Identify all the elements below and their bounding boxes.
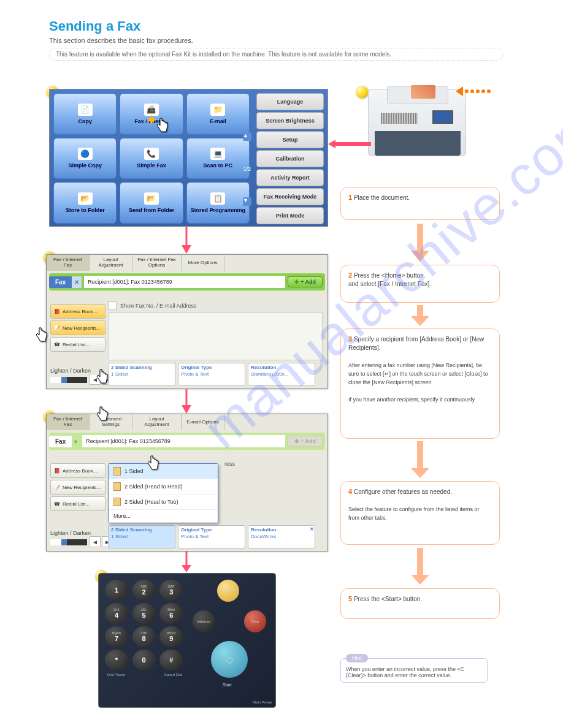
fax-mode-select[interactable]: Fax: [49, 436, 72, 447]
opt-2sided[interactable]: 2 Sided Scanning1 Sided: [108, 363, 175, 386]
calibration-button[interactable]: Calibration: [256, 150, 324, 167]
opt-resolution[interactable]: ResolutionDocuWorks: [248, 525, 315, 548]
new-recipients-button[interactable]: 📝New Recipients...: [50, 320, 105, 335]
ld-slider[interactable]: [50, 377, 87, 383]
svg-rect-11: [417, 441, 423, 468]
fax-close-x[interactable]: ✕: [72, 276, 82, 288]
key-0[interactable]: 0: [132, 650, 156, 670]
dial-pause-label: Dial Pause: [107, 673, 125, 694]
add-button[interactable]: ✚ + Add: [288, 276, 323, 287]
tab-email-options[interactable]: E-mail Options: [182, 414, 224, 430]
fax-screen-options: Fax / Internet Fax Advanced Settings Lay…: [46, 414, 328, 552]
fax-mode-button[interactable]: Fax Receiving Mode: [256, 188, 324, 205]
page-up-button[interactable]: ▲: [243, 132, 251, 141]
redial-button[interactable]: ☎Redial List...: [50, 337, 105, 352]
key-hash[interactable]: #: [159, 650, 183, 670]
key-7[interactable]: PQRS7: [105, 626, 128, 647]
print-mode-button[interactable]: Print Mode: [256, 207, 324, 224]
document-photo-icon: [411, 85, 435, 99]
cursor-icon: [155, 117, 170, 134]
step-number: 5: [348, 595, 352, 602]
flow-arrow-icon: [179, 552, 194, 574]
tile-label: Stored Programming: [191, 207, 246, 213]
step-number: 1: [348, 194, 352, 201]
printer-tray-icon: [375, 131, 461, 156]
fax-mode-select[interactable]: Fax: [49, 276, 72, 288]
key-1[interactable]: 1: [105, 580, 128, 601]
btn-label: Interrupt: [197, 620, 210, 623]
tile-send-folder[interactable]: 📂Send from Folder: [120, 182, 183, 224]
activity-report-button[interactable]: Activity Report: [256, 169, 324, 186]
key-2[interactable]: ABC2: [132, 580, 156, 601]
opt-original-type[interactable]: Original TypePhoto & Text: [178, 525, 245, 548]
phone-icon: ☎: [53, 341, 61, 348]
lighten-darken: Lighten / Darken ◄ ►: [50, 530, 113, 547]
key-num: 1: [115, 586, 118, 594]
btn-label: Address Book...: [63, 468, 97, 474]
clear-all-button[interactable]: Clear All: [217, 580, 239, 602]
interrupt-button[interactable]: Interrupt: [193, 610, 215, 632]
opt-resolution[interactable]: ResolutionStandard (200x...: [248, 363, 315, 386]
key-8[interactable]: TUV8: [132, 626, 156, 647]
address-book-button[interactable]: 📕Address Book...: [50, 463, 105, 478]
hint-box: Hint When you enter an incorrect value, …: [340, 658, 488, 683]
opt-original-type[interactable]: Original TypePhoto & Text: [178, 363, 245, 386]
tile-store-folder[interactable]: 📂Store to Folder: [53, 182, 117, 224]
key-6[interactable]: MNO6: [159, 603, 183, 624]
popup-2sided-ht[interactable]: 2 Sided (Head to Toe): [109, 495, 218, 510]
brightness-button[interactable]: Screen Brightness: [256, 112, 324, 129]
tab-more[interactable]: More Options: [182, 255, 224, 271]
recipient-input[interactable]: Recipient [d001]: Fax 0123456789: [82, 435, 285, 447]
dropdown-icon[interactable]: ▾: [72, 438, 80, 445]
ld-left-button[interactable]: ◄: [90, 536, 101, 547]
tile-email[interactable]: 📁E-mail: [186, 93, 250, 135]
popup-more[interactable]: More...: [109, 510, 218, 523]
opt-value: Photo & Text: [181, 371, 242, 377]
key-3[interactable]: DEF3: [159, 580, 183, 601]
tab-layout[interactable]: Layout Adjustment: [132, 414, 182, 430]
flow-arrow-icon: [179, 389, 194, 415]
recipient-input[interactable]: Recipient [d001]: Fax 0123456789: [84, 276, 285, 288]
tab-layout[interactable]: Layout Adjustment: [90, 255, 132, 271]
stop-button[interactable]: Stop: [244, 610, 266, 632]
doc-note: This feature is available when the optio…: [49, 48, 503, 61]
popup-1sided[interactable]: 1 Sided: [109, 464, 218, 479]
redial-button[interactable]: ☎Redial List...: [50, 496, 105, 511]
step-number: 3: [348, 335, 352, 343]
key-num: 7: [115, 635, 118, 642]
close-x-icon[interactable]: ✕: [310, 526, 314, 532]
opt-2sided[interactable]: 2 Sided Scanning1 Sided✕: [108, 525, 175, 548]
language-button[interactable]: Language: [256, 93, 324, 110]
checkbox-icon: [108, 301, 117, 310]
tab-fax-internet[interactable]: Fax / Internet Fax: [47, 255, 90, 271]
tile-simple-fax[interactable]: 📞Simple Fax: [120, 138, 183, 180]
start-button[interactable]: ◇: [211, 641, 248, 678]
tile-label: Store to Folder: [66, 207, 105, 213]
printer-keys-icon: [381, 113, 418, 124]
svg-rect-13: [417, 548, 423, 575]
opt-value: DocuWorks: [251, 534, 312, 539]
tile-stored-prog[interactable]: 📋Stored Programming: [186, 182, 250, 224]
tab-fax-internet[interactable]: Fax / Internet Fax: [47, 414, 90, 430]
key-star[interactable]: *: [105, 650, 128, 670]
tile-scan-pc[interactable]: 💻Scan to PC: [186, 138, 250, 180]
new-recipients-button[interactable]: 📝New Recipients...: [50, 480, 105, 495]
show-fax-checkbox[interactable]: Show Fax No. / E-mail Address: [108, 301, 197, 310]
page-down-button[interactable]: ▼: [243, 197, 251, 206]
tab-fax-options[interactable]: Fax / Internet Fax Options: [132, 255, 182, 271]
step-number: 2: [348, 271, 352, 279]
tile-copy[interactable]: 📄Copy: [53, 93, 117, 135]
key-9[interactable]: WXYZ9: [159, 626, 183, 647]
ld-slider[interactable]: [50, 539, 87, 545]
popup-2sided-hh[interactable]: 2 Sided (Head to Head): [109, 479, 218, 495]
address-book-button[interactable]: 📕Address Book...: [50, 304, 105, 319]
tile-simple-copy[interactable]: 🔵Simple Copy: [53, 138, 117, 180]
opt-title: 2 Sided Scanning: [111, 365, 172, 370]
recipient-list: [108, 313, 323, 360]
key-4[interactable]: GHI4: [105, 603, 128, 624]
right-buttons: Language Screen Brightness Setup Calibra…: [256, 93, 324, 224]
setup-button[interactable]: Setup: [256, 131, 324, 148]
key-5[interactable]: JKL5: [132, 603, 156, 624]
cursor-icon: [95, 406, 110, 423]
tile-label: Send from Folder: [129, 207, 175, 213]
